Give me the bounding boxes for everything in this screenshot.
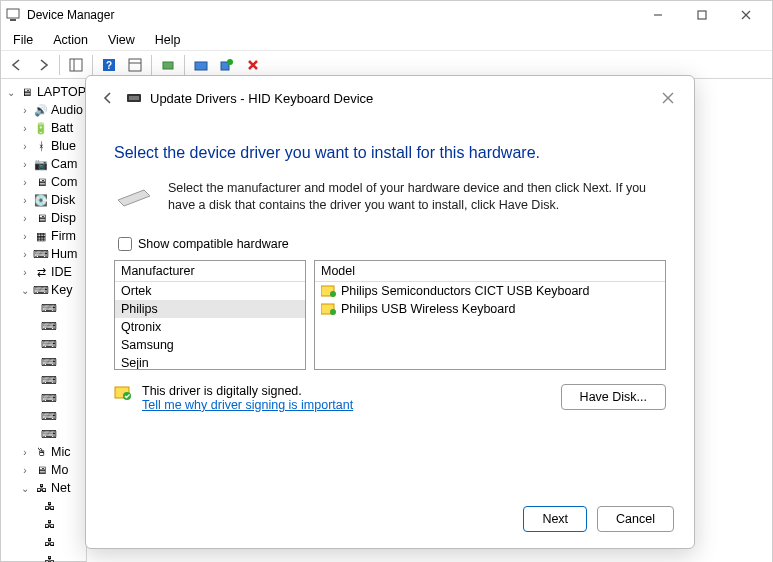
manufacturer-item[interactable]: Philips (115, 300, 305, 318)
expand-icon[interactable]: ⌄ (19, 285, 31, 296)
tree-child-item[interactable]: ⌨ (1, 407, 86, 425)
dialog-close-button[interactable] (652, 82, 684, 114)
expand-icon[interactable]: › (19, 159, 31, 170)
expand-icon[interactable]: › (19, 105, 31, 116)
menu-file[interactable]: File (3, 31, 43, 49)
tree-node-label: IDE (51, 265, 72, 279)
expand-icon[interactable]: › (19, 195, 31, 206)
tree-node-mic[interactable]: ›🖱Mic (1, 443, 86, 461)
device-manager-window: Device Manager File Action View Help ? ⌄… (0, 0, 773, 562)
firmware-icon: ▦ (33, 228, 49, 244)
manufacturer-item[interactable]: Ortek (115, 282, 305, 300)
next-button[interactable]: Next (523, 506, 587, 532)
keyboard-icon: ⌨ (41, 408, 57, 424)
manufacturer-item[interactable]: Samsung (115, 336, 305, 354)
tree-root-label: LAPTOP (37, 85, 86, 99)
expand-icon[interactable]: › (19, 123, 31, 134)
menu-view[interactable]: View (98, 31, 145, 49)
show-compatible-checkbox[interactable] (118, 237, 132, 251)
tree-child-item[interactable]: ⌨ (1, 317, 86, 335)
expand-icon[interactable]: › (19, 177, 31, 188)
manufacturer-list[interactable]: Manufacturer OrtekPhilipsQtronixSamsungS… (114, 260, 306, 370)
have-disk-button[interactable]: Have Disk... (561, 384, 666, 410)
ide-icon: ⇄ (33, 264, 49, 280)
manufacturer-item[interactable]: Qtronix (115, 318, 305, 336)
collapse-icon[interactable]: ⌄ (5, 87, 17, 98)
model-list[interactable]: Model Philips Semiconductors CICT USB Ke… (314, 260, 666, 370)
tree-node-cam[interactable]: ›📷Cam (1, 155, 86, 173)
tree-child-item[interactable]: ⌨ (1, 389, 86, 407)
show-compatible-label: Show compatible hardware (138, 237, 289, 251)
close-button[interactable] (724, 1, 768, 29)
forward-button[interactable] (31, 54, 55, 76)
expand-icon[interactable]: › (19, 249, 31, 260)
monitor-icon: 🖥 (33, 462, 49, 478)
tree-child-item[interactable]: ⌨ (1, 371, 86, 389)
tree-child-item[interactable]: ⌨ (1, 335, 86, 353)
disable-device-button[interactable] (241, 54, 265, 76)
tree-child-item[interactable]: ⌨ (1, 425, 86, 443)
tree-node-disp[interactable]: ›🖥Disp (1, 209, 86, 227)
tree-node-label: Disp (51, 211, 76, 225)
tree-node-net[interactable]: ⌄🖧Net (1, 479, 86, 497)
tree-node-ide[interactable]: ›⇄IDE (1, 263, 86, 281)
model-item[interactable]: Philips Semiconductors CICT USB Keyboard (315, 282, 665, 300)
tree-node-firm[interactable]: ›▦Firm (1, 227, 86, 245)
dialog-headline: Select the device driver you want to ins… (114, 144, 666, 162)
signing-info-link[interactable]: Tell me why driver signing is important (142, 398, 353, 412)
tree-node-label: Firm (51, 229, 76, 243)
computer-icon: 🖥 (19, 84, 35, 100)
tree-node-label: Blue (51, 139, 76, 153)
expand-icon[interactable]: › (19, 141, 31, 152)
monitor-icon: 🖥 (33, 174, 49, 190)
app-icon (5, 7, 21, 23)
expand-icon[interactable]: › (19, 267, 31, 278)
menu-action[interactable]: Action (43, 31, 98, 49)
manufacturer-item[interactable]: Sejin (115, 354, 305, 370)
minimize-button[interactable] (636, 1, 680, 29)
tree-node-mo[interactable]: ›🖥Mo (1, 461, 86, 479)
expand-icon[interactable]: › (19, 231, 31, 242)
device-tree[interactable]: ⌄ 🖥 LAPTOP ›🔊Audio›🔋Batt›ᚼBlue›📷Cam›🖥Com… (1, 79, 87, 562)
dialog-back-button[interactable] (96, 86, 120, 110)
menu-help[interactable]: Help (145, 31, 191, 49)
tree-child-item[interactable]: ⌨ (1, 353, 86, 371)
hid-icon: ⌨ (33, 246, 49, 262)
keyboard-icon: ⌨ (41, 300, 57, 316)
properties-button[interactable] (123, 54, 147, 76)
expand-icon[interactable]: › (19, 465, 31, 476)
back-button[interactable] (5, 54, 29, 76)
expand-icon[interactable]: › (19, 213, 31, 224)
cancel-button[interactable]: Cancel (597, 506, 674, 532)
tree-node-batt[interactable]: ›🔋Batt (1, 119, 86, 137)
tree-child-item[interactable]: ⌨ (1, 299, 86, 317)
tree-node-label: Mic (51, 445, 70, 459)
tree-node-audio[interactable]: ›🔊Audio (1, 101, 86, 119)
tree-node-label: Audio (51, 103, 83, 117)
tree-root[interactable]: ⌄ 🖥 LAPTOP (1, 83, 86, 101)
tree-node-key[interactable]: ⌄⌨Key (1, 281, 86, 299)
tree-child-item[interactable]: 🖧 (1, 551, 86, 562)
tree-node-com[interactable]: ›🖥Com (1, 173, 86, 191)
tree-node-hum[interactable]: ›⌨Hum (1, 245, 86, 263)
tree-child-item[interactable]: 🖧 (1, 533, 86, 551)
network-icon: 🖧 (33, 480, 49, 496)
tree-node-blue[interactable]: ›ᚼBlue (1, 137, 86, 155)
model-item[interactable]: Philips USB Wireless Keyboard (315, 300, 665, 318)
maximize-button[interactable] (680, 1, 724, 29)
uninstall-device-button[interactable] (215, 54, 239, 76)
tree-child-item[interactable]: 🖧 (1, 497, 86, 515)
keyboard-icon: ⌨ (41, 390, 57, 406)
svg-rect-0 (7, 9, 19, 18)
update-driver-button[interactable] (189, 54, 213, 76)
svg-point-22 (330, 291, 336, 297)
scan-hardware-button[interactable] (156, 54, 180, 76)
tree-node-label: Net (51, 481, 70, 495)
tree-child-item[interactable]: 🖧 (1, 515, 86, 533)
expand-icon[interactable]: › (19, 447, 31, 458)
show-hide-console-tree-button[interactable] (64, 54, 88, 76)
keyboard-icon: ⌨ (41, 372, 57, 388)
expand-icon[interactable]: ⌄ (19, 483, 31, 494)
help-button[interactable]: ? (97, 54, 121, 76)
tree-node-disk[interactable]: ›💽Disk (1, 191, 86, 209)
